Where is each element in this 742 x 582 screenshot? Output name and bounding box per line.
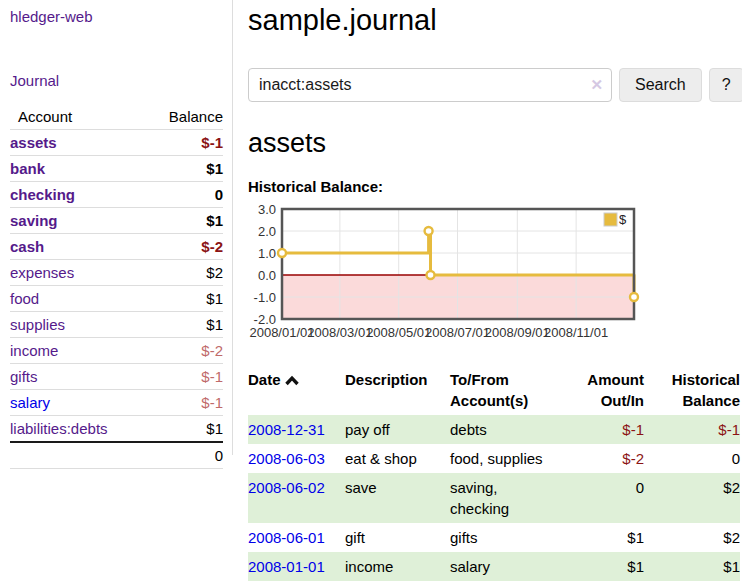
x-axis-tick-label: 2008/01/01: [249, 325, 314, 340]
account-row: gifts$-1: [10, 364, 223, 390]
x-axis-tick-label: 2008/07/01: [425, 325, 490, 340]
transaction-date-link[interactable]: 2008-06-02: [248, 479, 325, 496]
clear-search-icon[interactable]: ✕: [590, 75, 603, 95]
transaction-balance: 0: [644, 444, 740, 473]
transaction-description: pay off: [345, 415, 450, 444]
chart-data-point: [425, 227, 433, 235]
account-link[interactable]: bank: [10, 160, 45, 177]
transaction-description: save: [345, 473, 450, 523]
account-link[interactable]: cash: [10, 238, 44, 255]
txn-header-amount: Amount Out/In: [568, 367, 644, 415]
account-link[interactable]: food: [10, 290, 39, 307]
account-link[interactable]: expenses: [10, 264, 74, 281]
sidebar: hledger-web Journal Account Balance asse…: [0, 0, 233, 455]
transaction-accounts: food, supplies: [450, 444, 568, 473]
txn-header-accounts: To/From Account(s): [450, 367, 568, 415]
transaction-amount: $1: [568, 552, 644, 581]
transaction-balance: $2: [644, 473, 740, 523]
account-link[interactable]: assets: [10, 134, 57, 151]
account-balance: $1: [147, 208, 223, 234]
transaction-row[interactable]: 2008-06-03eat & shopfood, supplies$-20: [248, 444, 740, 473]
transaction-row[interactable]: 2008-06-01giftgifts$1$2: [248, 523, 740, 552]
account-balance: $-2: [147, 338, 223, 364]
search-button[interactable]: Search: [619, 68, 702, 102]
account-row: supplies$1: [10, 312, 223, 338]
account-row: assets$-1: [10, 130, 223, 156]
account-row: expenses$2: [10, 260, 223, 286]
transaction-accounts: debts: [450, 415, 568, 444]
account-row: salary$-1: [10, 390, 223, 416]
transaction-balance: $2: [644, 523, 740, 552]
account-link[interactable]: checking: [10, 186, 75, 203]
account-row: income$-2: [10, 338, 223, 364]
search-help-button[interactable]: ?: [709, 68, 742, 102]
account-balance: $-1: [147, 364, 223, 390]
chart-data-point: [630, 293, 638, 301]
search-input[interactable]: [248, 68, 612, 102]
page-title: sample.journal: [248, 3, 742, 37]
x-axis-tick-label: 2008/09/01: [485, 325, 550, 340]
account-row: cash$-2: [10, 234, 223, 260]
search-box: ✕: [248, 68, 612, 102]
search-form: ✕ Search ?: [248, 68, 742, 102]
chart-title: Historical Balance:: [248, 178, 742, 195]
account-heading: assets: [248, 127, 742, 159]
account-balance: $1: [147, 286, 223, 312]
transaction-description: eat & shop: [345, 444, 450, 473]
transaction-amount: $1: [568, 523, 644, 552]
chart-data-point: [278, 249, 286, 257]
transaction-date-link[interactable]: 2008-06-01: [248, 529, 325, 546]
txn-header-date[interactable]: Date: [248, 367, 345, 415]
account-link[interactable]: income: [10, 342, 58, 359]
main-content: sample.journal ✕ Search ? assets Histori…: [233, 0, 742, 581]
y-axis-tick-label: 0.0: [258, 268, 276, 283]
page-layout: hledger-web Journal Account Balance asse…: [0, 0, 742, 581]
app-title-link[interactable]: hledger-web: [10, 8, 232, 25]
account-row: bank$1: [10, 156, 223, 182]
account-balance: $-1: [147, 390, 223, 416]
account-link[interactable]: saving: [10, 212, 58, 229]
txn-header-description: Description: [345, 367, 450, 415]
accounts-header-account: Account: [10, 104, 147, 130]
transactions-table: Date Description To/From Account(s) Amou…: [248, 367, 740, 581]
y-axis-tick-label: -1.0: [254, 290, 276, 305]
txn-header-balance: Historical Balance: [644, 367, 740, 415]
sidebar-item-journal[interactable]: Journal: [10, 72, 232, 89]
transaction-row[interactable]: 2008-06-02savesaving, checking0$2: [248, 473, 740, 523]
account-balance: $1: [147, 312, 223, 338]
transaction-accounts: saving, checking: [450, 473, 568, 523]
accounts-total-row: 0: [10, 442, 223, 469]
transaction-amount: 0: [568, 473, 644, 523]
transaction-date-link[interactable]: 2008-06-03: [248, 450, 325, 467]
legend-label: $: [619, 212, 627, 227]
transaction-row[interactable]: 2008-01-01incomesalary$1$1: [248, 552, 740, 581]
account-link[interactable]: salary: [10, 394, 50, 411]
account-balance: $2: [147, 260, 223, 286]
transaction-date-link[interactable]: 2008-12-31: [248, 421, 325, 438]
accounts-header-balance: Balance: [147, 104, 223, 130]
legend-swatch: [604, 213, 617, 226]
y-axis-tick-label: 1.0: [258, 246, 276, 261]
transaction-balance: $-1: [644, 415, 740, 444]
account-balance: $-2: [147, 234, 223, 260]
transaction-date-link[interactable]: 2008-01-01: [248, 558, 325, 575]
x-axis-tick-label: 2008/11/01: [544, 325, 608, 340]
transaction-row[interactable]: 2008-12-31pay offdebts$-1$-1: [248, 415, 740, 444]
x-axis-tick-label: 2008/03/01: [307, 325, 372, 340]
account-balance: $1: [147, 156, 223, 182]
account-balance: 0: [147, 182, 223, 208]
account-row: liabilities:debts$1: [10, 416, 223, 443]
account-row: saving$1: [10, 208, 223, 234]
account-link[interactable]: supplies: [10, 316, 65, 333]
transaction-description: gift: [345, 523, 450, 552]
account-link[interactable]: gifts: [10, 368, 38, 385]
sort-ascending-icon: [285, 370, 299, 391]
account-link[interactable]: liabilities:debts: [10, 420, 108, 437]
historical-balance-chart: $3.02.01.00.0-1.0-2.02008/01/012008/03/0…: [248, 204, 640, 347]
x-axis-tick-label: 2008/05/01: [366, 325, 431, 340]
accounts-table: Account Balance assets$-1bank$1checking0…: [10, 104, 223, 469]
y-axis-tick-label: 3.0: [258, 204, 276, 217]
transaction-balance: $1: [644, 552, 740, 581]
account-row: food$1: [10, 286, 223, 312]
account-row: checking0: [10, 182, 223, 208]
